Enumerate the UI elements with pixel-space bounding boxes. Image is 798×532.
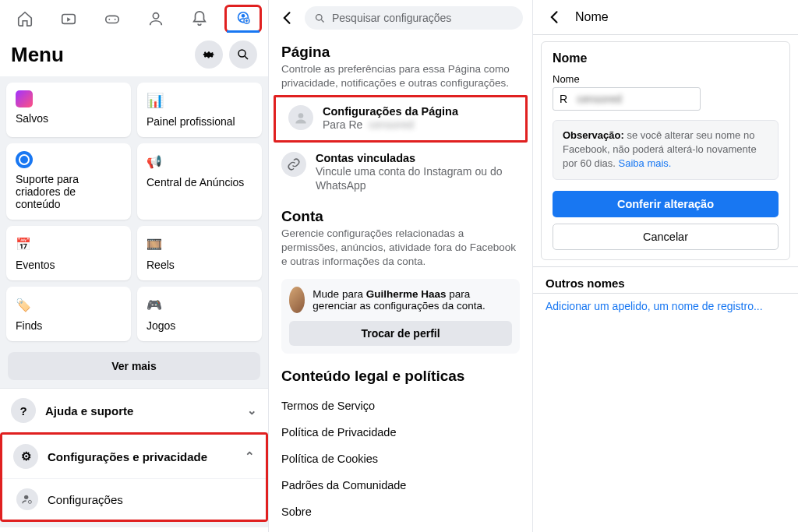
menu-panel: Menu Salvos 📊Painel profissional Suporte… [0, 0, 269, 532]
legal-item[interactable]: Sobre [281, 499, 520, 525]
saved-icon [16, 90, 33, 107]
profile-switch-card: Mude para Guilherme Haas para gerenciar … [281, 279, 520, 354]
finds-card[interactable]: 🏷️Finds [6, 287, 131, 341]
svg-point-10 [28, 500, 31, 503]
legal-item[interactable]: Política de Privacidade [281, 419, 520, 446]
settings-privacy-row[interactable]: ⚙ Configurações e privacidade ⌃ [2, 435, 266, 478]
help-support-row[interactable]: ? Ajuda e suporte ⌄ [0, 388, 268, 432]
back-button[interactable] [278, 9, 297, 27]
svg-point-11 [316, 14, 323, 20]
profile-tab[interactable] [137, 5, 175, 33]
support-icon [16, 151, 33, 168]
gamepad-icon: 🎮 [147, 294, 167, 315]
switch-profile-button[interactable]: Trocar de perfil [289, 321, 512, 346]
pro-dashboard-card[interactable]: 📊Painel profissional [137, 83, 262, 137]
settings-gear-button[interactable] [195, 41, 223, 69]
search-icon [314, 12, 326, 24]
name-panel: Nome Nome Nome Rcensored Observação: se … [533, 0, 798, 532]
svg-point-4 [153, 13, 158, 19]
notifications-tab[interactable] [181, 5, 218, 33]
profile-circle-icon [288, 105, 313, 130]
svg-point-2 [108, 19, 110, 20]
account-section: Conta Gerencie configurações relacionada… [269, 200, 532, 273]
tag-icon: 🏷️ [16, 294, 36, 315]
cancel-button[interactable]: Cancelar [553, 224, 779, 250]
legal-item[interactable]: Termos de Serviço [281, 393, 520, 419]
legal-section: Conteúdo legal e políticas [269, 360, 532, 389]
legal-list: Termos de Serviço Política de Privacidad… [269, 389, 532, 532]
reels-icon: 🎞️ [147, 234, 167, 254]
question-icon: ? [11, 398, 36, 423]
page-settings-item[interactable]: Configurações da Página Para Recensored [276, 97, 525, 139]
search-input[interactable]: Pesquisar configurações [305, 6, 523, 30]
back-button[interactable] [546, 8, 564, 26]
chevron-down-icon: ⌄ [247, 403, 257, 417]
saved-card[interactable]: Salvos [6, 83, 131, 137]
reels-card[interactable]: 🎞️Reels [137, 226, 262, 280]
megaphone-icon: 📢 [147, 151, 167, 171]
svg-point-12 [298, 114, 304, 119]
menu-tab-active[interactable] [224, 5, 262, 33]
page-settings-highlight: Configurações da Página Para Recensored [274, 95, 528, 142]
chevron-up-icon: ⌃ [245, 449, 255, 463]
name-input[interactable]: Rcensored [553, 87, 701, 111]
user-avatar [289, 287, 305, 313]
add-nickname-link[interactable]: Adicionar um apelido, um nome de registr… [546, 300, 786, 312]
svg-rect-1 [106, 16, 119, 23]
name-card: Nome Nome Rcensored Observação: se você … [541, 41, 790, 260]
name-field-label: Nome [553, 73, 779, 85]
see-more-button[interactable]: Ver mais [8, 352, 260, 380]
page-section: Página Controle as preferências para ess… [269, 36, 532, 93]
svg-point-3 [115, 19, 116, 20]
account-title: Conta [281, 208, 520, 225]
other-names-title: Outros nomes [546, 277, 786, 290]
creator-support-card[interactable]: Suporte para criadores de conteúdo [6, 143, 131, 220]
video-tab[interactable] [50, 5, 87, 33]
linked-accounts-item[interactable]: Contas vinculadas Vincule uma conta do I… [269, 144, 532, 200]
settings-privacy-highlight: ⚙ Configurações e privacidade ⌃ Configur… [0, 432, 268, 522]
person-gear-icon [16, 488, 38, 510]
top-nav [0, 0, 268, 33]
menu-header: Menu [0, 33, 268, 76]
configurations-row[interactable]: Configurações [2, 478, 266, 520]
games-card[interactable]: 🎮Jogos [137, 287, 262, 341]
name-header: Nome [533, 0, 798, 34]
page-title: Página [281, 44, 520, 61]
gear-icon: ⚙ [13, 444, 38, 469]
learn-more-link[interactable]: Saiba mais. [619, 157, 672, 169]
chart-icon: 📊 [147, 90, 167, 111]
legal-item[interactable]: Política de Cookies [281, 446, 520, 472]
note-box: Observação: se você alterar seu nome no … [553, 120, 779, 180]
ads-center-card[interactable]: 📢Central de Anúncios [137, 143, 262, 220]
settings-panel: Pesquisar configurações Página Controle … [269, 0, 533, 532]
svg-point-8 [238, 50, 245, 57]
gaming-tab[interactable] [94, 5, 131, 33]
name-card-title: Nome [553, 51, 779, 65]
legal-item[interactable]: Padrões da Comunidade [281, 472, 520, 499]
link-icon [281, 152, 306, 177]
home-tab[interactable] [6, 5, 44, 33]
confirm-change-button[interactable]: Conferir alteração [553, 191, 779, 217]
settings-header: Pesquisar configurações [269, 0, 532, 36]
calendar-icon: 📅 [16, 234, 36, 254]
device-requests-row[interactable]: 📱 Solicitações de dispositivos [0, 527, 268, 532]
menu-title: Menu [11, 43, 64, 67]
search-button[interactable] [229, 41, 257, 69]
events-card[interactable]: 📅Eventos [6, 226, 131, 280]
shortcuts-grid: Salvos 📊Painel profissional Suporte para… [0, 76, 268, 347]
svg-point-6 [242, 14, 245, 18]
legal-title: Conteúdo legal e políticas [281, 368, 520, 385]
svg-point-9 [24, 495, 28, 499]
